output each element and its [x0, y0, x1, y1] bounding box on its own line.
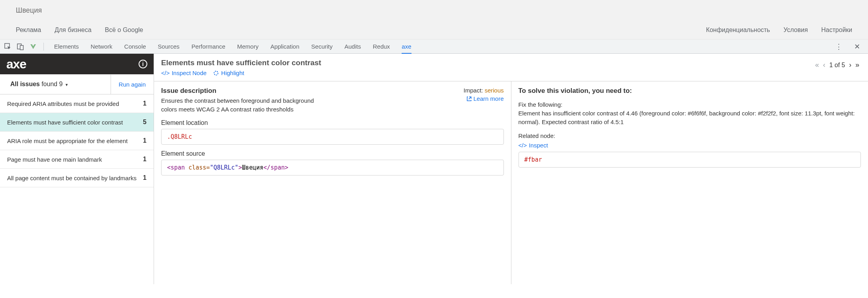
- tab-application[interactable]: Application: [271, 40, 299, 53]
- tab-sources[interactable]: Sources: [158, 40, 180, 53]
- tab-audits[interactable]: Audits: [344, 40, 361, 53]
- axe-panel: axe i All issues found 9 ▾ Run again Req…: [0, 54, 868, 284]
- axe-logo: axe: [6, 57, 26, 72]
- footer-link-settings[interactable]: Настройки: [821, 26, 852, 34]
- issues-summary: All issues found 9 ▾ Run again: [0, 74, 154, 94]
- detail-left-pane: Impact: serious Learn more Issue descrip…: [154, 81, 511, 284]
- footer-link-business[interactable]: Для бизнеса: [54, 26, 91, 34]
- location-text: Швеция: [0, 0, 868, 21]
- issue-title: Required ARIA attributes must be provide…: [7, 100, 119, 107]
- impact-label: Impact:: [464, 87, 485, 94]
- devtools-tabbar: Elements Network Console Sources Perform…: [0, 40, 868, 54]
- pager-first-icon[interactable]: «: [815, 61, 819, 69]
- code-angle-icon: </>: [161, 70, 170, 76]
- fix-heading: Fix the following:: [519, 100, 861, 109]
- issue-count: 1: [143, 174, 147, 181]
- detail-title: Elements must have sufficient color cont…: [161, 58, 799, 67]
- desc-text: Ensures the contrast between foreground …: [161, 96, 319, 114]
- target-icon: [213, 70, 219, 76]
- issues-count-dropdown[interactable]: All issues found 9 ▾: [0, 74, 111, 94]
- divider: [43, 43, 44, 51]
- inspect-node-link[interactable]: </> Inspect Node: [161, 70, 207, 76]
- desc-heading: Issue description: [161, 87, 504, 95]
- element-source-code: <span class="Q8LRLc">Швеция</span>: [161, 160, 504, 175]
- tab-console[interactable]: Console: [124, 40, 146, 53]
- tab-redux[interactable]: Redux: [373, 40, 390, 53]
- issue-item-main-landmark[interactable]: Page must have one main landmark 1: [0, 150, 154, 169]
- tab-elements[interactable]: Elements: [54, 40, 79, 53]
- issue-list: Required ARIA attributes must be provide…: [0, 94, 154, 187]
- tab-performance[interactable]: Performance: [192, 40, 225, 53]
- issue-item-color-contrast[interactable]: Elements must have sufficient color cont…: [0, 113, 154, 132]
- related-heading: Related node:: [519, 132, 861, 140]
- issue-item-aria-role[interactable]: ARIA role must be appropriate for the el…: [0, 132, 154, 150]
- axe-detail: Elements must have sufficient color cont…: [154, 54, 868, 284]
- fix-text: Element has insufficient color contrast …: [519, 109, 861, 126]
- issue-item-landmarks[interactable]: All page content must be contained by la…: [0, 169, 154, 187]
- svg-rect-2: [20, 45, 23, 50]
- footer-link-privacy[interactable]: Конфиденциальность: [706, 26, 770, 34]
- tab-security[interactable]: Security: [311, 40, 333, 53]
- issue-count: 1: [143, 156, 147, 163]
- pager-text: 1 of 5: [829, 62, 845, 69]
- pager-prev-icon[interactable]: ‹: [823, 61, 825, 69]
- issues-rest: found 9: [40, 81, 63, 87]
- detail-header: Elements must have sufficient color cont…: [154, 54, 868, 81]
- issue-count: 1: [143, 137, 147, 144]
- solve-heading: To solve this violation, you need to:: [519, 87, 861, 95]
- issue-title: All page content must be contained by la…: [7, 175, 137, 181]
- axe-header: axe i: [0, 54, 154, 74]
- issue-pager: « ‹ 1 of 5 › »: [806, 54, 868, 76]
- source-heading: Element source: [161, 150, 504, 157]
- external-link-icon: [466, 96, 472, 102]
- tab-axe[interactable]: axe: [402, 40, 411, 54]
- issue-title: ARIA role must be appropriate for the el…: [7, 138, 128, 144]
- element-location-code: .Q8LRLc: [161, 129, 504, 145]
- kebab-icon[interactable]: ⋮: [834, 42, 844, 51]
- tab-memory[interactable]: Memory: [237, 40, 259, 53]
- pager-next-icon[interactable]: ›: [849, 61, 851, 69]
- inspect-element-icon[interactable]: [3, 43, 13, 50]
- info-icon[interactable]: i: [139, 60, 147, 68]
- close-devtools-icon[interactable]: ✕: [852, 42, 862, 51]
- inspect-related-link[interactable]: </> Inspect: [519, 142, 548, 149]
- tab-network[interactable]: Network: [91, 40, 113, 53]
- device-toggle-icon[interactable]: [16, 43, 25, 50]
- footer-links: Реклама Для бизнеса Всё о Google Конфиде…: [0, 21, 868, 39]
- issues-bold: All issues: [10, 81, 40, 87]
- impact-value: serious: [485, 87, 504, 94]
- issue-count: 1: [143, 100, 147, 107]
- issue-item-aria-required[interactable]: Required ARIA attributes must be provide…: [0, 94, 154, 113]
- devtools-tabs: Elements Network Console Sources Perform…: [54, 40, 834, 53]
- footer-link-about[interactable]: Всё о Google: [105, 26, 143, 34]
- location-heading: Element location: [161, 119, 504, 126]
- vue-icon[interactable]: [28, 43, 38, 50]
- code-angle-icon: </>: [519, 142, 527, 149]
- svg-point-3: [214, 71, 218, 75]
- footer-link-terms[interactable]: Условия: [783, 26, 808, 34]
- footer-link-ads[interactable]: Реклама: [16, 26, 41, 34]
- highlight-link[interactable]: Highlight: [213, 70, 244, 76]
- inspected-page: Швеция Реклама Для бизнеса Всё о Google …: [0, 0, 868, 40]
- chevron-down-icon: ▾: [64, 82, 68, 87]
- related-node-code: #fbar: [519, 152, 861, 168]
- learn-more-link[interactable]: Learn more: [466, 95, 504, 102]
- detail-right-pane: To solve this violation, you need to: Fi…: [511, 81, 868, 284]
- run-again-button[interactable]: Run again: [111, 75, 154, 94]
- issue-title: Page must have one main landmark: [7, 156, 102, 163]
- pager-last-icon[interactable]: »: [855, 61, 859, 69]
- impact-block: Impact: serious Learn more: [464, 87, 504, 103]
- axe-sidebar: axe i All issues found 9 ▾ Run again Req…: [0, 54, 154, 284]
- issue-count: 5: [143, 119, 147, 126]
- issue-title: Elements must have sufficient color cont…: [7, 119, 123, 126]
